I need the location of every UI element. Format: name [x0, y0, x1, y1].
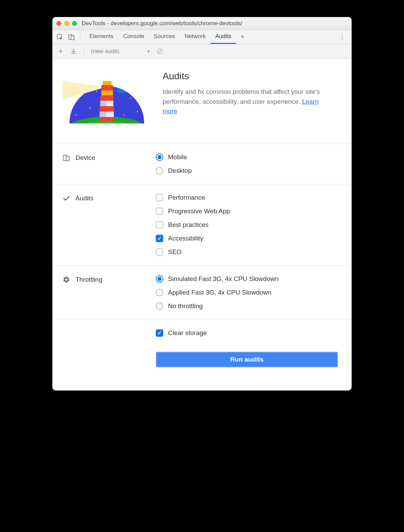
- tab-sources[interactable]: Sources: [149, 30, 180, 44]
- tab-elements[interactable]: Elements: [85, 30, 118, 44]
- section-throttling: Throttling Simulated Fast 3G, 4x CPU Slo…: [52, 265, 352, 319]
- checkbox-icon: [156, 194, 163, 201]
- titlebar: DevTools - developers.google.com/web/too…: [52, 17, 352, 30]
- device-toggle-icon[interactable]: [67, 32, 76, 42]
- lighthouse-icon: [63, 71, 151, 132]
- audits-toolbar: + (new audit) ▼: [52, 44, 352, 59]
- svg-point-11: [123, 115, 124, 116]
- maximize-icon[interactable]: [72, 21, 77, 26]
- minimize-icon[interactable]: [64, 21, 69, 26]
- radio-no-throttling[interactable]: No throttling: [156, 302, 338, 310]
- radio-mobile[interactable]: Mobile: [156, 153, 338, 161]
- svg-rect-19: [101, 90, 113, 95]
- panel-tabs: Elements Console Sources Network Audits …: [85, 30, 249, 44]
- svg-rect-18: [101, 85, 113, 90]
- radio-desktop[interactable]: Desktop: [156, 167, 338, 174]
- radio-applied-3g[interactable]: Applied Fast 3G, 4x CPU Slowdown: [156, 289, 338, 296]
- svg-rect-26: [66, 156, 69, 161]
- separator: [80, 33, 81, 41]
- section-label-audits: Audits: [63, 194, 148, 256]
- audits-header-text: Audits Identify and fix common problems …: [163, 71, 333, 132]
- radio-icon: [156, 275, 163, 283]
- radio-simulated-3g[interactable]: Simulated Fast 3G, 4x CPU Slowdown: [156, 275, 338, 283]
- svg-point-12: [96, 91, 97, 92]
- svg-point-8: [76, 115, 77, 116]
- clear-icon[interactable]: [155, 47, 165, 56]
- audit-selector[interactable]: (new audit) ▼: [89, 48, 152, 55]
- svg-marker-24: [99, 117, 114, 122]
- checkbox-clear-storage[interactable]: Clear storage: [156, 329, 338, 337]
- svg-point-10: [137, 111, 138, 112]
- audits-panel-content: Audits Identify and fix common problems …: [52, 59, 352, 390]
- checkbox-pwa[interactable]: Progressive Web App: [156, 207, 338, 215]
- section-storage: Clear storage Run audits: [52, 319, 352, 377]
- gear-icon: [63, 276, 70, 283]
- checkbox-icon: [156, 221, 163, 229]
- radio-icon: [156, 153, 163, 161]
- svg-line-4: [158, 50, 162, 53]
- chevron-down-icon: ▼: [147, 49, 150, 53]
- svg-marker-22: [100, 95, 113, 101]
- radio-icon: [156, 289, 163, 296]
- radio-icon: [156, 167, 163, 174]
- panel-tabbar: Elements Console Sources Network Audits …: [52, 30, 352, 44]
- close-icon[interactable]: [56, 21, 61, 26]
- checkbox-best-practices[interactable]: Best practices: [156, 221, 338, 229]
- checkbox-icon: [156, 207, 163, 215]
- section-label-throttling: Throttling: [63, 275, 148, 310]
- svg-rect-17: [103, 81, 112, 85]
- check-icon: [63, 195, 70, 202]
- new-audit-icon[interactable]: +: [56, 47, 65, 56]
- devtools-window: DevTools - developers.google.com/web/too…: [52, 17, 352, 390]
- checkbox-icon: [156, 248, 163, 256]
- tab-console[interactable]: Console: [118, 30, 149, 44]
- window-controls: [56, 21, 77, 26]
- radio-icon: [156, 302, 163, 310]
- svg-marker-23: [100, 106, 114, 112]
- checkbox-seo[interactable]: SEO: [156, 248, 338, 256]
- separator: [84, 48, 84, 55]
- checkbox-icon: [156, 235, 163, 242]
- section-audits: Audits Performance Progressive Web App B…: [52, 184, 352, 265]
- page-title: Audits: [163, 71, 333, 82]
- more-menu-icon[interactable]: ⋮: [335, 33, 349, 41]
- tab-network[interactable]: Network: [180, 30, 211, 44]
- device-icon: [63, 154, 70, 162]
- run-audits-button[interactable]: Run audits: [156, 352, 338, 367]
- section-device: Device Mobile Desktop: [52, 144, 352, 184]
- tab-audits[interactable]: Audits: [211, 30, 236, 44]
- page-description: Identify and fix common problems that af…: [163, 87, 333, 116]
- svg-rect-2: [71, 36, 74, 40]
- download-icon[interactable]: [69, 47, 78, 56]
- tab-overflow-icon[interactable]: »: [236, 30, 249, 44]
- inspect-element-icon[interactable]: [55, 32, 65, 42]
- audit-selector-label: (new audit): [91, 48, 119, 55]
- checkbox-performance[interactable]: Performance: [156, 194, 338, 201]
- svg-point-7: [89, 108, 90, 109]
- audits-header: Audits Identify and fix common problems …: [52, 67, 352, 144]
- window-title: DevTools - developers.google.com/web/too…: [82, 20, 242, 27]
- svg-point-9: [130, 98, 131, 99]
- section-label-device: Device: [63, 153, 148, 174]
- checkbox-icon: [156, 329, 163, 337]
- checkbox-accessibility[interactable]: Accessibility: [156, 235, 338, 242]
